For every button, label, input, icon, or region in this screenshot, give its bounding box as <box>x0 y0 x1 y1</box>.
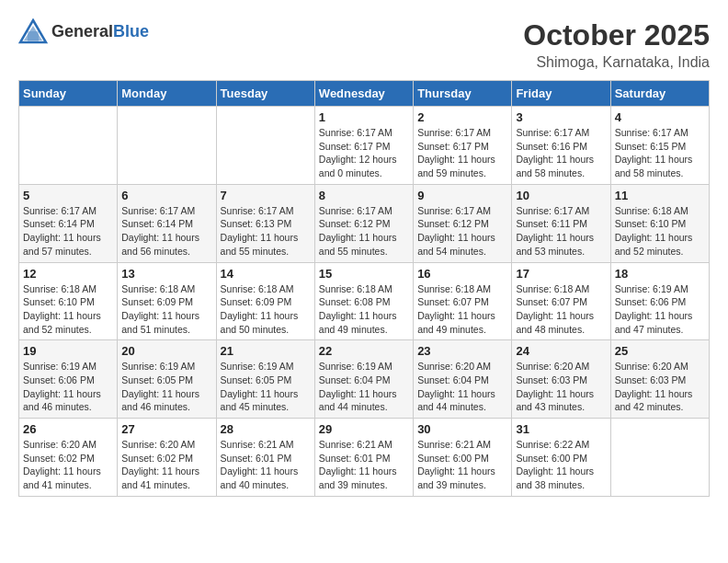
calendar-cell-0-3: 1Sunrise: 6:17 AM Sunset: 6:17 PM Daylig… <box>314 107 413 185</box>
calendar-cell-1-2: 7Sunrise: 6:17 AM Sunset: 6:13 PM Daylig… <box>216 184 314 262</box>
day-number: 5 <box>23 189 113 202</box>
day-number: 9 <box>417 189 507 202</box>
day-number: 25 <box>615 344 705 358</box>
calendar-cell-1-1: 6Sunrise: 6:17 AM Sunset: 6:14 PM Daylig… <box>118 184 216 262</box>
day-info: Sunrise: 6:20 AM Sunset: 6:03 PM Dayligh… <box>615 360 705 414</box>
calendar-cell-3-6: 25Sunrise: 6:20 AM Sunset: 6:03 PM Dayli… <box>610 340 709 419</box>
day-info: Sunrise: 6:19 AM Sunset: 6:06 PM Dayligh… <box>615 282 705 337</box>
day-info: Sunrise: 6:17 AM Sunset: 6:12 PM Dayligh… <box>417 204 507 259</box>
week-row-3: 19Sunrise: 6:19 AM Sunset: 6:06 PM Dayli… <box>19 340 710 419</box>
day-info: Sunrise: 6:17 AM Sunset: 6:11 PM Dayligh… <box>516 204 606 259</box>
day-number: 31 <box>516 422 606 436</box>
calendar-cell-2-6: 18Sunrise: 6:19 AM Sunset: 6:06 PM Dayli… <box>610 262 709 340</box>
day-info: Sunrise: 6:17 AM Sunset: 6:17 PM Dayligh… <box>417 126 507 180</box>
calendar-cell-0-2 <box>216 107 314 185</box>
day-number: 26 <box>23 422 113 436</box>
calendar-cell-2-4: 16Sunrise: 6:18 AM Sunset: 6:07 PM Dayli… <box>414 262 512 340</box>
calendar-cell-2-0: 12Sunrise: 6:18 AM Sunset: 6:10 PM Dayli… <box>19 262 118 340</box>
day-number: 7 <box>221 189 311 202</box>
header: GeneralBlue October 2025 Shimoga, Karnat… <box>18 18 710 71</box>
calendar-cell-0-5: 3Sunrise: 6:17 AM Sunset: 6:16 PM Daylig… <box>512 107 610 185</box>
day-number: 10 <box>516 189 606 202</box>
day-info: Sunrise: 6:19 AM Sunset: 6:06 PM Dayligh… <box>23 360 113 414</box>
location-title: Shimoga, Karnataka, India <box>523 54 710 71</box>
week-row-0: 1Sunrise: 6:17 AM Sunset: 6:17 PM Daylig… <box>19 107 710 185</box>
calendar-cell-4-3: 29Sunrise: 6:21 AM Sunset: 6:01 PM Dayli… <box>314 419 413 497</box>
calendar-cell-0-4: 2Sunrise: 6:17 AM Sunset: 6:17 PM Daylig… <box>414 107 512 185</box>
weekday-header-sunday: Sunday <box>19 81 118 107</box>
title-area: October 2025 Shimoga, Karnataka, India <box>523 18 710 71</box>
day-number: 24 <box>516 344 606 358</box>
day-info: Sunrise: 6:20 AM Sunset: 6:02 PM Dayligh… <box>121 438 211 492</box>
week-row-2: 12Sunrise: 6:18 AM Sunset: 6:10 PM Dayli… <box>19 262 710 340</box>
logo-icon <box>18 18 48 44</box>
day-info: Sunrise: 6:18 AM Sunset: 6:08 PM Dayligh… <box>319 282 409 337</box>
calendar: SundayMondayTuesdayWednesdayThursdayFrid… <box>18 80 710 497</box>
calendar-cell-0-0 <box>19 107 118 185</box>
day-info: Sunrise: 6:18 AM Sunset: 6:10 PM Dayligh… <box>23 282 113 337</box>
calendar-cell-4-2: 28Sunrise: 6:21 AM Sunset: 6:01 PM Dayli… <box>216 419 314 497</box>
day-number: 12 <box>23 267 113 281</box>
svg-rect-2 <box>28 31 39 42</box>
day-info: Sunrise: 6:17 AM Sunset: 6:13 PM Dayligh… <box>221 204 311 259</box>
day-number: 2 <box>417 110 507 124</box>
day-info: Sunrise: 6:18 AM Sunset: 6:09 PM Dayligh… <box>121 282 211 337</box>
week-row-4: 26Sunrise: 6:20 AM Sunset: 6:02 PM Dayli… <box>19 419 710 497</box>
calendar-cell-4-4: 30Sunrise: 6:21 AM Sunset: 6:00 PM Dayli… <box>414 419 512 497</box>
day-number: 27 <box>121 422 211 436</box>
weekday-header-saturday: Saturday <box>610 81 709 107</box>
day-number: 23 <box>417 344 507 358</box>
calendar-cell-0-6: 4Sunrise: 6:17 AM Sunset: 6:15 PM Daylig… <box>610 107 709 185</box>
calendar-cell-1-5: 10Sunrise: 6:17 AM Sunset: 6:11 PM Dayli… <box>512 184 610 262</box>
day-info: Sunrise: 6:19 AM Sunset: 6:05 PM Dayligh… <box>121 360 211 414</box>
day-info: Sunrise: 6:17 AM Sunset: 6:14 PM Dayligh… <box>121 204 211 259</box>
day-number: 29 <box>319 422 409 436</box>
day-info: Sunrise: 6:19 AM Sunset: 6:05 PM Dayligh… <box>221 360 311 414</box>
weekday-header-friday: Friday <box>512 81 610 107</box>
calendar-cell-1-4: 9Sunrise: 6:17 AM Sunset: 6:12 PM Daylig… <box>414 184 512 262</box>
week-row-1: 5Sunrise: 6:17 AM Sunset: 6:14 PM Daylig… <box>19 184 710 262</box>
logo: GeneralBlue <box>18 18 149 44</box>
day-info: Sunrise: 6:22 AM Sunset: 6:00 PM Dayligh… <box>516 438 606 492</box>
day-info: Sunrise: 6:21 AM Sunset: 6:01 PM Dayligh… <box>221 438 311 492</box>
day-number: 20 <box>121 344 211 358</box>
month-title: October 2025 <box>523 18 710 52</box>
calendar-cell-1-3: 8Sunrise: 6:17 AM Sunset: 6:12 PM Daylig… <box>314 184 413 262</box>
day-info: Sunrise: 6:17 AM Sunset: 6:14 PM Dayligh… <box>23 204 113 259</box>
day-number: 28 <box>221 422 311 436</box>
calendar-cell-4-5: 31Sunrise: 6:22 AM Sunset: 6:00 PM Dayli… <box>512 419 610 497</box>
day-number: 11 <box>615 189 705 202</box>
calendar-cell-2-1: 13Sunrise: 6:18 AM Sunset: 6:09 PM Dayli… <box>118 262 216 340</box>
calendar-cell-3-3: 22Sunrise: 6:19 AM Sunset: 6:04 PM Dayli… <box>314 340 413 419</box>
day-number: 19 <box>23 344 113 358</box>
calendar-cell-3-2: 21Sunrise: 6:19 AM Sunset: 6:05 PM Dayli… <box>216 340 314 419</box>
weekday-header-tuesday: Tuesday <box>216 81 314 107</box>
day-number: 3 <box>516 110 606 124</box>
day-info: Sunrise: 6:19 AM Sunset: 6:04 PM Dayligh… <box>319 360 409 414</box>
day-info: Sunrise: 6:18 AM Sunset: 6:07 PM Dayligh… <box>417 282 507 337</box>
day-number: 15 <box>319 267 409 281</box>
day-info: Sunrise: 6:17 AM Sunset: 6:16 PM Dayligh… <box>516 126 606 180</box>
day-number: 4 <box>615 110 705 124</box>
day-info: Sunrise: 6:21 AM Sunset: 6:01 PM Dayligh… <box>319 438 409 492</box>
day-info: Sunrise: 6:17 AM Sunset: 6:12 PM Dayligh… <box>319 204 409 259</box>
day-info: Sunrise: 6:18 AM Sunset: 6:07 PM Dayligh… <box>516 282 606 337</box>
calendar-cell-4-1: 27Sunrise: 6:20 AM Sunset: 6:02 PM Dayli… <box>118 419 216 497</box>
logo-general-text: General <box>51 22 113 40</box>
day-number: 14 <box>221 267 311 281</box>
calendar-cell-2-2: 14Sunrise: 6:18 AM Sunset: 6:09 PM Dayli… <box>216 262 314 340</box>
day-info: Sunrise: 6:20 AM Sunset: 6:03 PM Dayligh… <box>516 360 606 414</box>
day-info: Sunrise: 6:20 AM Sunset: 6:02 PM Dayligh… <box>23 438 113 492</box>
day-number: 8 <box>319 189 409 202</box>
day-number: 6 <box>121 189 211 202</box>
day-number: 30 <box>417 422 507 436</box>
weekday-header-wednesday: Wednesday <box>314 81 413 107</box>
calendar-cell-3-0: 19Sunrise: 6:19 AM Sunset: 6:06 PM Dayli… <box>19 340 118 419</box>
day-info: Sunrise: 6:17 AM Sunset: 6:17 PM Dayligh… <box>319 126 409 180</box>
calendar-cell-0-1 <box>118 107 216 185</box>
day-number: 18 <box>615 267 705 281</box>
logo-blue-text: Blue <box>113 22 149 40</box>
weekday-header-monday: Monday <box>118 81 216 107</box>
calendar-cell-1-0: 5Sunrise: 6:17 AM Sunset: 6:14 PM Daylig… <box>19 184 118 262</box>
day-number: 22 <box>319 344 409 358</box>
